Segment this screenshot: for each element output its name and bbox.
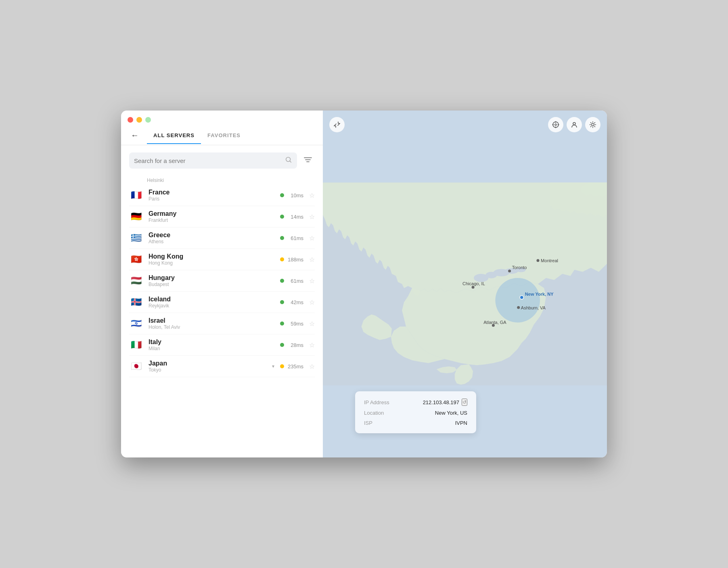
svg-text:Atlanta, GA: Atlanta, GA — [483, 320, 506, 325]
server-name-greece: Greece — [149, 232, 280, 239]
isp-row: ISP IVPN — [364, 420, 467, 426]
favorite-btn-germany[interactable]: ☆ — [309, 213, 315, 221]
flag-germany: 🇩🇪 — [129, 212, 143, 221]
latency-value-germany: 14ms — [287, 214, 303, 220]
search-box — [129, 152, 297, 169]
server-city-hongkong: Hong Kong — [149, 260, 280, 266]
latency-value-hongkong: 188ms — [287, 257, 303, 263]
server-info-germany: Germany Frankfurt — [149, 210, 280, 223]
account-button[interactable] — [567, 117, 582, 132]
svg-text:New York, NY: New York, NY — [525, 292, 554, 297]
svg-point-14 — [508, 269, 511, 272]
svg-point-30 — [573, 123, 575, 125]
favorite-btn-greece[interactable]: ☆ — [309, 234, 315, 242]
server-item-greece[interactable]: 🇬🇷 Greece Athens 61ms ☆ — [129, 228, 315, 249]
location-button[interactable] — [548, 117, 563, 132]
server-item-germany[interactable]: 🇩🇪 Germany Frankfurt 14ms ☆ — [129, 206, 315, 228]
latency-dot-japan — [280, 364, 284, 368]
server-meta-hongkong: 188ms ☆ — [280, 256, 315, 263]
latency-dot-italy — [280, 343, 284, 347]
server-item-japan[interactable]: 🇯🇵 Japan Tokyo ▾ 235ms ☆ — [129, 356, 315, 377]
latency-dot-hongkong — [280, 257, 284, 261]
back-button[interactable]: ← — [129, 131, 140, 145]
search-input[interactable] — [134, 157, 282, 164]
server-item-iceland[interactable]: 🇮🇸 Iceland Reykjavik 42ms ☆ — [129, 292, 315, 313]
svg-point-31 — [592, 123, 594, 126]
server-name-italy: Italy — [149, 338, 280, 346]
server-meta-japan: ▾ 235ms ☆ — [269, 363, 315, 370]
server-city-iceland: Reykjavik — [149, 303, 280, 309]
favorite-btn-hungary[interactable]: ☆ — [309, 277, 315, 285]
server-info-hungary: Hungary Budapest — [149, 274, 280, 287]
svg-text:Toronto: Toronto — [512, 265, 527, 270]
server-name-hongkong: Hong Kong — [149, 253, 280, 260]
favorite-btn-italy[interactable]: ☆ — [309, 341, 315, 349]
tab-favorites[interactable]: FAVORITES — [201, 132, 247, 144]
section-header: Helsinki — [129, 173, 315, 185]
server-item-italy[interactable]: 🇮🇹 Italy Milan 28ms ☆ — [129, 334, 315, 356]
flag-hongkong: 🇭🇰 — [129, 255, 143, 264]
location-label: Location — [364, 410, 396, 416]
server-info-japan: Japan Tokyo — [149, 360, 269, 373]
server-info-france: France Paris — [149, 189, 280, 202]
refresh-ip-button[interactable]: ↺ — [462, 399, 467, 406]
server-meta-israel: 59ms ☆ — [280, 320, 315, 328]
info-card: IP Address 212.103.48.197 ↺ Location New… — [355, 391, 476, 433]
isp-value: IVPN — [455, 420, 467, 426]
filter-button[interactable] — [301, 154, 315, 167]
server-name-germany: Germany — [149, 210, 280, 217]
tab-all-servers[interactable]: ALL SERVERS — [147, 132, 201, 144]
server-city-germany: Frankfurt — [149, 217, 280, 223]
latency-value-hungary: 61ms — [287, 278, 303, 284]
flag-greece: 🇬🇷 — [129, 233, 143, 243]
server-meta-greece: 61ms ☆ — [280, 234, 315, 242]
close-button[interactable] — [128, 117, 133, 123]
minimize-button[interactable] — [136, 117, 142, 123]
svg-point-16 — [472, 286, 475, 289]
favorite-btn-iceland[interactable]: ☆ — [309, 299, 315, 306]
latency-dot-hungary — [280, 279, 284, 283]
left-panel: ← ALL SERVERS FAVORITES — [121, 111, 323, 457]
isp-label: ISP — [364, 420, 396, 426]
search-icon — [285, 156, 292, 165]
favorite-btn-hongkong[interactable]: ☆ — [309, 256, 315, 263]
server-item-israel[interactable]: 🇮🇱 Israel Holon, Tel Aviv 59ms ☆ — [129, 313, 315, 334]
favorite-btn-japan[interactable]: ☆ — [309, 363, 315, 370]
svg-text:Chicago, IL: Chicago, IL — [462, 281, 485, 286]
server-name-france: France — [149, 189, 280, 196]
server-item-hungary[interactable]: 🇭🇺 Hungary Budapest 61ms ☆ — [129, 270, 315, 292]
server-name-hungary: Hungary — [149, 274, 280, 282]
svg-point-25 — [555, 124, 556, 125]
settings-button[interactable] — [585, 117, 600, 132]
server-info-hongkong: Hong Kong Hong Kong — [149, 253, 280, 266]
latency-value-iceland: 42ms — [287, 299, 303, 305]
server-city-france: Paris — [149, 196, 280, 202]
latency-dot-iceland — [280, 300, 284, 304]
flag-iceland: 🇮🇸 — [129, 297, 143, 307]
svg-text:Ashburn, VA: Ashburn, VA — [521, 305, 546, 310]
favorite-btn-france[interactable]: ☆ — [309, 192, 315, 199]
favorite-btn-israel[interactable]: ☆ — [309, 320, 315, 328]
location-value: New York, US — [435, 410, 467, 416]
latency-dot-greece — [280, 236, 284, 240]
server-item-hongkong[interactable]: 🇭🇰 Hong Kong Hong Kong 188ms ☆ — [129, 249, 315, 270]
server-city-hungary: Budapest — [149, 282, 280, 287]
latency-value-israel: 59ms — [287, 321, 303, 327]
server-name-japan: Japan — [149, 360, 269, 367]
flag-hungary: 🇭🇺 — [129, 276, 143, 286]
latency-dot-israel — [280, 322, 284, 326]
latency-value-italy: 28ms — [287, 342, 303, 348]
server-city-italy: Milan — [149, 346, 280, 351]
svg-line-1 — [290, 161, 291, 162]
server-item-france[interactable]: 🇫🇷 France Paris 10ms ☆ — [129, 185, 315, 206]
maximize-button[interactable] — [145, 117, 151, 123]
expand-btn-japan[interactable]: ▾ — [270, 363, 277, 370]
app-window: ← ALL SERVERS FAVORITES — [121, 111, 607, 457]
latency-value-france: 10ms — [287, 192, 303, 198]
server-info-israel: Israel Holon, Tel Aviv — [149, 317, 280, 330]
server-name-iceland: Iceland — [149, 296, 280, 303]
collapse-map-button[interactable] — [329, 117, 345, 132]
flag-italy: 🇮🇹 — [129, 340, 143, 350]
svg-text:Montreal: Montreal — [541, 258, 558, 263]
server-list: Helsinki 🇫🇷 France Paris 10ms ☆ 🇩🇪 Germa… — [121, 173, 323, 457]
